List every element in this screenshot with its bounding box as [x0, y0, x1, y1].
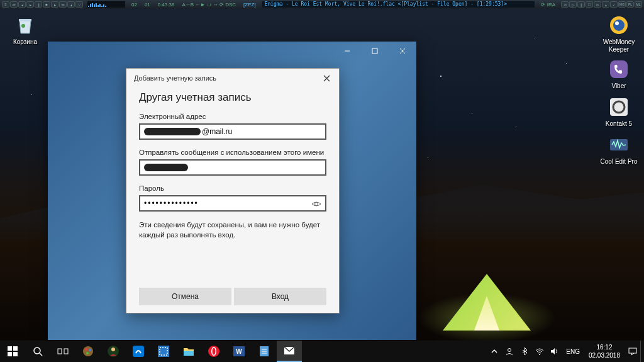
webmoney-icon[interactable]: WebMoney Keeper: [600, 14, 638, 54]
tray-bluetooth-icon[interactable]: [518, 345, 531, 358]
viber-label: Viber: [600, 82, 638, 90]
svg-rect-16: [8, 346, 12, 351]
svg-text:W: W: [236, 348, 242, 355]
kontakt-label: Kontakt 5: [600, 120, 638, 128]
redacted-email: [144, 128, 201, 135]
taskbar-app-explorer[interactable]: [176, 341, 201, 362]
svg-rect-22: [58, 349, 62, 354]
tray-up-icon[interactable]: [488, 345, 501, 358]
window-titlebar[interactable]: [48, 42, 416, 60]
recycle-bin-icon[interactable]: Корзина: [6, 14, 44, 46]
player-subtrack: 01: [145, 2, 150, 8]
player-r-next-icon[interactable]: ⊳: [594, 1, 601, 8]
show-desktop-button[interactable]: [640, 341, 644, 362]
reveal-password-icon[interactable]: [311, 200, 321, 208]
dialog-close-button[interactable]: [319, 71, 334, 86]
dialog-header: Добавить учетную запись: [134, 74, 216, 82]
kontakt-icon[interactable]: Kontakt 5: [600, 96, 638, 128]
svg-point-45: [539, 354, 540, 355]
maximize-button[interactable]: [361, 42, 389, 60]
player-r-ml-icon[interactable]: ML: [635, 1, 642, 8]
svg-point-24: [83, 346, 93, 356]
task-view-button[interactable]: [50, 341, 75, 362]
wallpaper-tent: [443, 268, 531, 331]
player-r-mg-icon[interactable]: MG: [618, 1, 626, 8]
hint-text: Эти сведения будут сохранены, и вам не н…: [139, 220, 326, 240]
player-r-open-icon[interactable]: ▴: [602, 1, 609, 8]
svg-point-3: [613, 20, 625, 31]
taskbar-app-notes[interactable]: [252, 341, 277, 362]
taskbar-app-mail[interactable]: [277, 341, 302, 362]
taskbar-app-char[interactable]: [101, 341, 126, 362]
minimize-button[interactable]: [333, 42, 361, 60]
search-button[interactable]: [25, 341, 50, 362]
player-prev-icon[interactable]: ≪: [10, 1, 18, 8]
player-r-play-icon[interactable]: ▷: [569, 1, 577, 8]
player-now-playing[interactable]: Enigma - Le Roi Est Mort, Vive Le Roi!.f…: [262, 1, 535, 8]
svg-point-26: [89, 349, 91, 351]
redacted-name: [144, 164, 188, 171]
svg-rect-18: [8, 352, 12, 356]
player-rec-icon[interactable]: ○: [75, 1, 83, 8]
svg-point-1: [21, 24, 25, 28]
svg-rect-10: [372, 48, 377, 54]
player-fwd-icon[interactable]: ▸: [51, 1, 58, 8]
media-player-bar: ≡ ≪ ◂ ▸ ∥ ■ ▸ ≫ ▴ ○ 02 01 0:43:38 A↔B ←►…: [0, 0, 644, 9]
add-account-dialog: Добавить учетную запись Другая учетная з…: [126, 68, 340, 314]
email-field[interactable]: @mail.ru: [139, 123, 326, 140]
name-field[interactable]: [139, 159, 326, 176]
svg-point-15: [315, 203, 318, 206]
taskbar-clock[interactable]: 16:12 02.03.2018: [584, 343, 625, 359]
svg-point-29: [111, 348, 115, 351]
cooledit-icon[interactable]: Cool Edit Pro: [600, 133, 638, 166]
svg-point-27: [86, 352, 89, 354]
player-r-pl-icon[interactable]: PL: [626, 1, 634, 8]
password-field[interactable]: ••••••••••••••: [139, 195, 326, 212]
language-indicator[interactable]: ENG: [562, 348, 584, 355]
player-fmt: [ZEZ]: [243, 2, 256, 8]
player-r-stop-icon[interactable]: □: [586, 1, 593, 8]
svg-point-25: [85, 348, 87, 351]
email-domain: @mail.ru: [202, 127, 232, 136]
clock-date: 02.03.2018: [589, 351, 620, 359]
player-indicators: A↔B ←► ↓♪ ↔ ⟳ DSC: [182, 2, 236, 8]
svg-rect-17: [13, 346, 18, 351]
dialog-title: Другая учетная запись: [139, 91, 326, 104]
email-label: Электронный адрес: [139, 113, 326, 120]
player-stop-icon[interactable]: ■: [43, 1, 50, 8]
taskbar-app-edge[interactable]: [126, 341, 151, 362]
player-pause-icon[interactable]: ∥: [35, 1, 42, 8]
taskbar-app-opera[interactable]: [201, 341, 226, 362]
tray-people-icon[interactable]: [503, 345, 516, 358]
viber-icon[interactable]: Viber: [600, 58, 638, 90]
svg-point-4: [615, 21, 619, 25]
svg-rect-46: [629, 348, 636, 353]
player-time: 0:43:38: [158, 2, 175, 8]
start-button[interactable]: [0, 341, 25, 362]
svg-rect-5: [610, 60, 628, 78]
player-r-pause-icon[interactable]: ∥: [577, 1, 585, 8]
svg-line-21: [40, 353, 42, 356]
player-play-icon[interactable]: ▸: [26, 1, 34, 8]
player-r-prev-icon[interactable]: ⊲: [561, 1, 569, 8]
cancel-button[interactable]: Отмена: [139, 288, 231, 305]
mail-app-window: Добавить учетную запись Другая учетная з…: [48, 42, 416, 340]
player-menu-icon[interactable]: ≡: [2, 1, 9, 8]
player-next-icon[interactable]: ≫: [59, 1, 67, 8]
player-r-vol-icon[interactable]: ♪: [610, 1, 618, 8]
close-button[interactable]: [389, 42, 416, 60]
player-visualizer: [87, 1, 125, 8]
taskbar-app-snip[interactable]: [151, 341, 176, 362]
tray-wifi-icon[interactable]: [533, 345, 546, 358]
player-rew-icon[interactable]: ◂: [18, 1, 26, 8]
taskbar-app-word[interactable]: W: [226, 341, 252, 362]
taskbar-app-paint[interactable]: [75, 341, 101, 362]
player-eject-icon[interactable]: ▴: [67, 1, 75, 8]
submit-button[interactable]: Вход: [234, 288, 326, 305]
svg-point-36: [213, 348, 216, 355]
tray-volume-icon[interactable]: [548, 345, 561, 358]
svg-rect-19: [13, 352, 18, 356]
cooledit-label: Cool Edit Pro: [600, 158, 638, 166]
player-track-no: 02: [131, 2, 137, 8]
action-center-icon[interactable]: [626, 345, 639, 358]
